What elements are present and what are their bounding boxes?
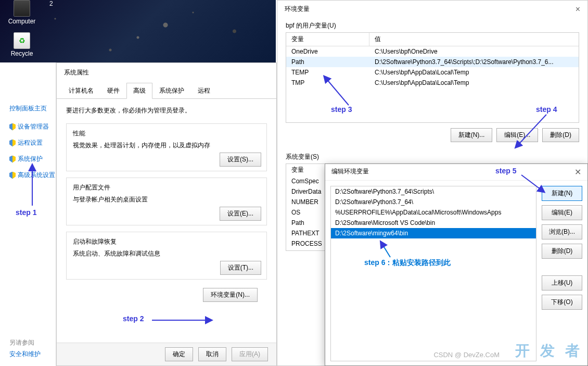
delete-path-button[interactable]: 删除(D) [542,244,582,259]
shield-icon [9,172,16,179]
user-vars-title: bpf 的用户变量(U) [277,18,587,32]
tab-system-protection[interactable]: 系统保护 [152,83,191,99]
csdn-watermark: CSDN @ DevZe.CoM [433,351,500,359]
shield-icon [9,156,16,163]
group-legend: 用户配置文件 [73,183,260,192]
path-list[interactable]: D:\2Software\Python3.7_64\Scripts\ D:\2S… [330,186,536,361]
computer-label: Computer [6,18,37,25]
dialog-body: 要进行大多数更改，你必须作为管理员登录。 性能 视觉效果，处理器计划，内存使用，… [57,99,276,317]
startup-recovery-group: 启动和故障恢复 系统启动、系统故障和调试信息 设置(T)... [66,232,267,280]
move-down-button[interactable]: 下移(O) [542,295,582,310]
tab-hardware[interactable]: 硬件 [100,83,126,99]
startup-settings-button[interactable]: 设置(T)... [220,261,261,275]
environment-variables-button[interactable]: 环境变量(N)... [203,288,258,302]
sidebar-control-panel-home[interactable]: 控制面板主页 [9,104,56,113]
watermark: 开 发 者 [515,341,583,361]
side-button-column: 新建(N) 编辑(E) 浏览(B)... 删除(D) 上移(U) 下移(O) [542,186,582,361]
notification-badge: 2 [49,0,53,7]
dialog-title: 系统属性 [57,63,276,82]
table-row[interactable]: PathD:\2Software\Python3.7_64\Scripts\;D… [286,57,579,67]
user-vars-buttons: 新建(N)... 编辑(E)... 删除(D) [277,123,587,147]
group-desc: 视觉效果，处理器计划，内存使用，以及虚拟内存 [73,141,260,150]
group-desc: 与登录帐户相关的桌面设置 [73,195,260,204]
list-item[interactable]: D:\2Software\Python3.7_64\ [331,197,536,207]
see-also-label: 另请参阅 [9,338,34,347]
performance-settings-button[interactable]: 设置(S)... [220,153,261,167]
tab-bar: 计算机名 硬件 高级 系统保护 远程 [57,82,276,99]
delete-user-var-button[interactable]: 删除(D) [542,128,579,142]
tab-remote[interactable]: 远程 [191,83,217,99]
edit-path-button[interactable]: 编辑(E) [542,205,582,220]
sidebar-advanced-settings[interactable]: 高级系统设置 [9,171,56,180]
list-item[interactable]: D:\2Software\Python3.7_64\Scripts\ [331,186,536,197]
list-item[interactable]: %USERPROFILE%\AppData\Local\Microsoft\Wi… [331,207,536,218]
table-row[interactable]: TEMPC:\Users\bpf\AppData\Local\Temp [286,67,579,78]
move-up-button[interactable]: 上移(U) [542,275,582,291]
edit-environment-variable-dialog: 编辑环境变量 ✕ D:\2Software\Python3.7_64\Scrip… [325,163,588,366]
user-profiles-settings-button[interactable]: 设置(E)... [220,207,261,221]
desktop-background: Computer 2 Recycle [0,0,276,62]
cancel-button[interactable]: 取消 [198,347,226,361]
close-icon[interactable]: × [576,5,580,14]
list-item[interactable]: D:\2Software\Microsoft VS Code\bin [331,218,536,228]
user-vars-table: 变量 值 OneDriveC:\Users\bpf\OneDrive PathD… [286,32,579,123]
hdr-val: 值 [369,33,579,46]
dialog-title: 环境变量 [285,5,310,14]
dialog-footer: 确定 取消 应用(A) [57,343,276,365]
recycle-desktop-icon[interactable]: Recycle [6,32,37,57]
system-properties-dialog: 系统属性 计算机名 硬件 高级 系统保护 远程 要进行大多数更改，你必须作为管理… [56,62,277,366]
sidebar-device-manager[interactable]: 设备管理器 [9,122,56,131]
table-row[interactable]: TMPC:\Users\bpf\AppData\Local\Temp [286,78,579,88]
group-legend: 性能 [73,129,260,138]
sidebar-remote-settings[interactable]: 远程设置 [9,138,56,147]
sys-vars-title: 系统变量(S) [277,149,587,163]
new-user-var-button[interactable]: 新建(N)... [451,128,493,142]
tab-computer-name[interactable]: 计算机名 [62,83,100,99]
computer-desktop-icon[interactable]: Computer [6,0,37,25]
group-desc: 系统启动、系统故障和调试信息 [73,249,260,258]
close-icon[interactable]: ✕ [574,167,581,177]
admin-note: 要进行大多数更改，你必须作为管理员登录。 [66,106,267,115]
user-profiles-group: 用户配置文件 与登录帐户相关的桌面设置 设置(E)... [66,178,267,225]
shield-icon [9,123,16,131]
sidebar-system-protection[interactable]: 系统保护 [9,155,56,163]
performance-group: 性能 视觉效果，处理器计划，内存使用，以及虚拟内存 设置(S)... [66,123,267,171]
table-row[interactable]: OneDriveC:\Users\bpf\OneDrive [286,46,579,57]
apply-button[interactable]: 应用(A) [232,347,268,361]
tab-advanced[interactable]: 高级 [126,83,152,99]
sidebar-links: 控制面板主页 设备管理器 远程设置 系统保护 高级系统设置 [9,104,56,187]
group-legend: 启动和故障恢复 [73,237,260,246]
ok-button[interactable]: 确定 [165,347,193,361]
dialog-title: 编辑环境变量 [331,167,369,177]
recycle-label: Recycle [6,50,37,57]
recycle-icon [14,32,30,49]
edit-user-var-button[interactable]: 编辑(E)... [496,128,538,142]
list-item[interactable]: D:\2Software\mingw64\bin [331,228,536,238]
security-maintenance-link[interactable]: 安全和维护 [9,350,41,359]
shield-icon [9,140,16,147]
monitor-icon [14,0,30,17]
browse-path-button[interactable]: 浏览(B)... [542,224,582,239]
hdr-var: 变量 [286,33,369,46]
table-header: 变量 值 [286,33,579,46]
new-path-button[interactable]: 新建(N) [542,186,582,201]
